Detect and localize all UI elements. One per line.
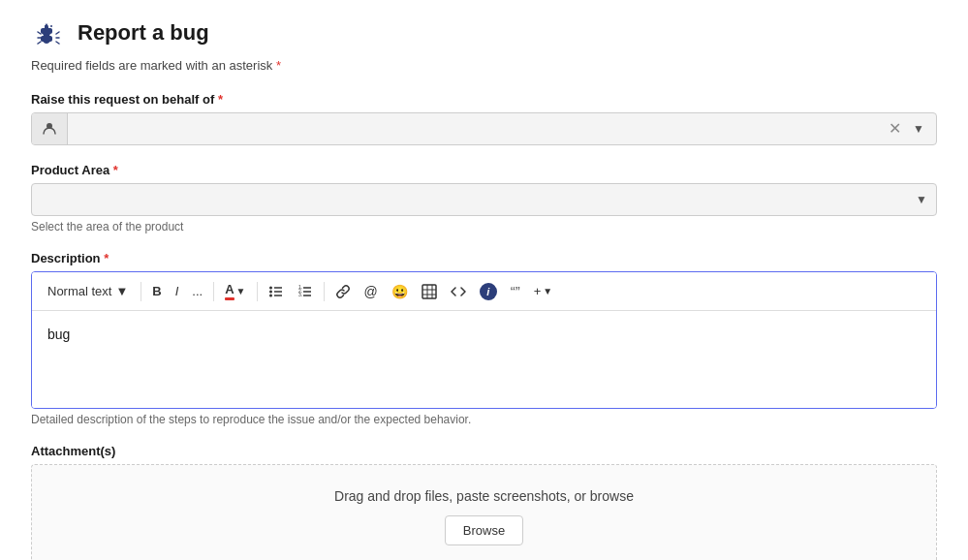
behalf-dropdown-button[interactable]: ▼ — [909, 120, 928, 138]
behalf-clear-button[interactable]: ✕ — [885, 119, 905, 139]
table-icon — [422, 284, 437, 299]
toolbar-separator-1 — [141, 282, 141, 301]
text-color-icon: A — [225, 282, 234, 300]
page-container: Report a bug Required fields are marked … — [0, 0, 968, 560]
link-button[interactable] — [329, 280, 357, 303]
behalf-user-icon-area — [32, 113, 68, 144]
browse-button[interactable]: Browse — [445, 515, 523, 545]
plus-icon: + — [534, 284, 542, 298]
text-style-button[interactable]: Normal text ▼ — [40, 280, 136, 302]
text-style-label: Normal text — [47, 284, 111, 298]
code-button[interactable] — [445, 280, 472, 303]
numbered-list-icon: 1. 2. 3. — [297, 284, 313, 299]
attachment-dropzone[interactable]: Drag and drop files, paste screenshots, … — [31, 464, 937, 560]
emoji-button[interactable]: 😀 — [386, 280, 414, 303]
description-field-group: Description * Normal text ▼ B I ... — [31, 251, 937, 426]
editor-toolbar: Normal text ▼ B I ... A — [32, 272, 936, 311]
quote-button[interactable]: “” — [505, 279, 526, 303]
code-icon — [451, 284, 466, 299]
bullet-list-icon — [268, 284, 284, 299]
page-header: Report a bug — [31, 16, 937, 50]
product-area-label: Product Area * — [31, 163, 937, 177]
behalf-input-wrap: ✕ ▼ — [31, 112, 937, 145]
required-star: * — [272, 58, 281, 73]
emoji-icon: 😀 — [391, 284, 408, 299]
table-button[interactable] — [416, 280, 443, 303]
toolbar-separator-4 — [324, 282, 325, 301]
description-hint: Detailed description of the steps to rep… — [31, 413, 937, 426]
editor-content: bug — [47, 327, 921, 342]
svg-point-1 — [45, 25, 47, 27]
text-color-button[interactable]: A ▼ — [219, 278, 251, 304]
more-actions-button[interactable]: + ▼ — [528, 280, 559, 302]
user-icon — [42, 121, 57, 137]
svg-point-10 — [269, 286, 272, 289]
info-button[interactable]: i — [474, 279, 503, 304]
bullet-list-button[interactable] — [263, 280, 290, 303]
product-area-select-wrap: ▼ — [31, 183, 937, 216]
behalf-actions: ✕ ▼ — [877, 119, 936, 139]
description-editor-body[interactable]: bug — [32, 311, 936, 408]
more-formatting-button[interactable]: ... — [186, 280, 208, 302]
bold-button[interactable]: B — [146, 280, 167, 302]
mention-icon: @ — [364, 284, 378, 299]
product-area-select[interactable] — [31, 183, 937, 216]
behalf-field-group: Raise this request on behalf of * ✕ ▼ — [31, 92, 937, 145]
color-chevron-icon: ▼ — [236, 286, 246, 296]
info-icon: i — [480, 283, 497, 300]
svg-point-2 — [50, 25, 52, 27]
attachments-field-group: Attachment(s) Drag and drop files, paste… — [31, 444, 937, 560]
bug-icon — [31, 16, 66, 50]
mention-button[interactable]: @ — [359, 280, 384, 303]
product-area-hint: Select the area of the product — [31, 220, 937, 233]
product-area-field-group: Product Area * ▼ Select the area of the … — [31, 163, 937, 233]
more-actions-chevron-icon: ▼ — [543, 286, 552, 296]
numbered-list-button[interactable]: 1. 2. 3. — [292, 280, 319, 303]
toolbar-separator-3 — [257, 282, 258, 301]
description-editor: Normal text ▼ B I ... A — [31, 271, 937, 409]
svg-point-12 — [269, 290, 272, 293]
link-icon — [335, 284, 351, 299]
svg-rect-22 — [422, 285, 436, 298]
required-note: Required fields are marked with an aster… — [31, 58, 937, 73]
behalf-label: Raise this request on behalf of * — [31, 92, 937, 107]
toolbar-separator-2 — [213, 282, 214, 301]
page-title: Report a bug — [78, 20, 209, 46]
quote-icon: “” — [511, 283, 520, 299]
description-label: Description * — [31, 251, 937, 265]
svg-point-14 — [269, 294, 272, 296]
behalf-text-input[interactable] — [68, 113, 877, 144]
drop-text: Drag and drop files, paste screenshots, … — [55, 488, 913, 504]
attachments-label: Attachment(s) — [31, 444, 937, 458]
italic-button[interactable]: I — [170, 280, 185, 302]
svg-text:3.: 3. — [298, 292, 302, 297]
text-style-chevron-icon: ▼ — [115, 284, 128, 298]
